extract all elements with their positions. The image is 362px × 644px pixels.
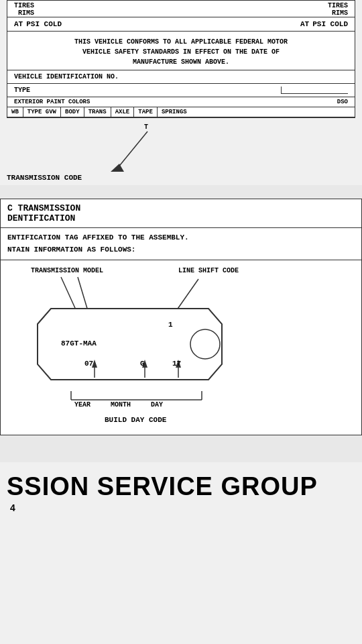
- day-val: 17: [172, 360, 181, 368]
- svg-line-4: [78, 277, 88, 311]
- psi-right-label: PSI COLD: [312, 20, 348, 28]
- tires-left-line2: RIMS: [18, 9, 34, 17]
- service-group-title: SSION SERVICE GROUP: [0, 472, 362, 501]
- svg-line-0: [117, 131, 147, 168]
- transmission-arrow-svg: [0, 118, 268, 182]
- tires-right: TIRES RIMS: [328, 2, 348, 17]
- month-val: G: [140, 360, 145, 368]
- svg-line-6: [175, 279, 198, 313]
- code-springs: SPRINGS: [158, 107, 191, 117]
- vehicle-id-label: VEHICLE IDENTIFICATION NO.: [14, 73, 119, 80]
- page: TIRES RIMS TIRES RIMS AT PSI COLD AT PSI…: [0, 0, 362, 644]
- psi-left-label: PSI COLD: [26, 20, 62, 28]
- tires-left: TIRES RIMS: [14, 2, 34, 17]
- code-tape: TAPE: [134, 107, 158, 117]
- transmission-code-label: TRANSMISSION CODE: [7, 174, 82, 182]
- tag-diagram-section: TRANSMISSION MODEL LINE SHIFT CODE: [1, 260, 361, 435]
- service-group-number: 4: [0, 501, 362, 515]
- type-box: [281, 87, 348, 94]
- compliance-line1: THIS VEHICLE CONFORMS TO ALL APPLICABLE …: [17, 37, 345, 47]
- tires-left-line1: TIRES: [14, 2, 34, 9]
- dso-label: DSO: [337, 99, 348, 105]
- code-axle: AXLE: [111, 107, 135, 117]
- model-number: 87GT-MAA: [61, 339, 97, 347]
- code-type-gvw: TYPE GVW: [23, 107, 61, 117]
- psi-left: AT PSI COLD: [14, 20, 62, 28]
- svg-marker-1: [111, 164, 124, 172]
- exterior-paint-row: EXTERIOR PAINT COLORS DSO: [7, 97, 355, 107]
- svg-point-9: [190, 329, 220, 359]
- type-row: TYPE: [7, 84, 355, 97]
- vehicle-label-section: TIRES RIMS TIRES RIMS AT PSI COLD AT PSI…: [7, 0, 355, 118]
- transmission-arrow-section: T TRANSMISSION CODE: [0, 118, 362, 185]
- bottom-separator: [0, 435, 362, 462]
- tires-right-line1: TIRES: [328, 2, 348, 9]
- year-month-day-row: YEAR MONTH DAY: [74, 401, 163, 409]
- tag-diagram-svg: [1, 260, 282, 435]
- section-header: C TRANSMISSION DENTIFICATION: [1, 199, 361, 228]
- bottom-section: SSION SERVICE GROUP 4: [0, 462, 362, 515]
- section-title-line1: C TRANSMISSION: [7, 203, 355, 213]
- exterior-paint-label: EXTERIOR PAINT COLORS: [14, 99, 90, 105]
- day-label: DAY: [151, 401, 163, 409]
- code-wb: WB: [7, 107, 23, 117]
- content-line2: NTAIN INFORMATION AS FOLLOWS:: [7, 244, 355, 256]
- codes-row: WB TYPE GVW BODY TRANS AXLE TAPE SPRINGS: [7, 107, 355, 117]
- build-day-label: BUILD DAY CODE: [105, 416, 166, 424]
- psi-right-prefix: AT: [300, 20, 309, 28]
- auto-transmission-section: C TRANSMISSION DENTIFICATION ENTIFICATIO…: [0, 199, 362, 435]
- section-title-line2: DENTIFICATION: [7, 213, 355, 223]
- type-label: TYPE: [14, 87, 281, 94]
- psi-row: AT PSI COLD AT PSI COLD: [7, 17, 355, 32]
- tires-row: TIRES RIMS TIRES RIMS: [7, 1, 355, 17]
- section-content: ENTIFICATION TAG AFFIXED TO THE ASSEMBLY…: [1, 228, 361, 260]
- compliance-text: THIS VEHICLE CONFORMS TO ALL APPLICABLE …: [7, 32, 355, 70]
- psi-right: AT PSI COLD: [300, 20, 348, 28]
- separator-1: [0, 185, 362, 199]
- content-line1: ENTIFICATION TAG AFFIXED TO THE ASSEMBLY…: [7, 232, 355, 244]
- compliance-line3: MANUFACTURE SHOWN ABOVE.: [17, 57, 345, 67]
- tires-right-line2: RIMS: [332, 9, 348, 17]
- psi-left-prefix: AT: [14, 20, 23, 28]
- vehicle-id-row: VEHICLE IDENTIFICATION NO.: [7, 70, 355, 84]
- line-shift-t-marker: 1: [168, 321, 173, 329]
- compliance-line2: VEHICLE SAFETY STANDARDS IN EFFECT ON TH…: [17, 47, 345, 57]
- code-body: BODY: [61, 107, 84, 117]
- month-label: MONTH: [111, 401, 131, 409]
- year-label: YEAR: [74, 401, 90, 409]
- code-trans: TRANS: [84, 107, 111, 117]
- year-val: 07: [84, 360, 93, 368]
